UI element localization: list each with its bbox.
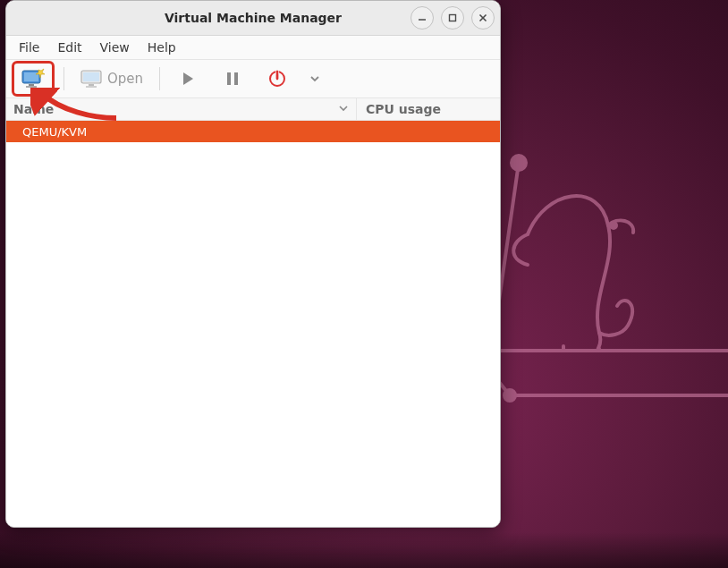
svg-rect-14 [26, 86, 37, 88]
maximize-icon [447, 13, 458, 23]
sort-indicator [338, 102, 349, 116]
new-vm-icon [21, 68, 46, 89]
open-console-button[interactable]: Open [73, 64, 150, 94]
wallpaper-ermine-crown [465, 127, 728, 413]
svg-point-6 [611, 223, 616, 228]
desktop-background: Virtual Machine Manager File Edit [0, 0, 728, 568]
svg-point-4 [512, 156, 526, 170]
taskbar-shadow [0, 532, 728, 568]
menu-view[interactable]: View [93, 38, 137, 56]
menu-help[interactable]: Help [140, 38, 183, 56]
new-vm-button[interactable] [12, 61, 55, 97]
shutdown-button[interactable] [258, 64, 296, 94]
toolbar-separator [63, 67, 64, 90]
pause-button[interactable] [214, 64, 251, 94]
close-icon [478, 13, 488, 23]
column-name[interactable]: Name [6, 102, 356, 116]
svg-rect-17 [83, 72, 99, 81]
menu-edit[interactable]: Edit [50, 38, 89, 56]
play-icon [180, 71, 196, 87]
svg-rect-13 [29, 84, 34, 86]
power-icon [268, 70, 286, 88]
open-label: Open [107, 71, 143, 87]
column-cpu-label: CPU usage [366, 102, 441, 116]
svg-marker-20 [183, 72, 193, 85]
menu-file[interactable]: File [12, 38, 47, 56]
chevron-down-icon [338, 103, 349, 114]
toolbar: Open [6, 60, 500, 98]
pause-icon [225, 71, 240, 87]
virt-manager-window: Virtual Machine Manager File Edit [5, 0, 501, 528]
run-button[interactable] [169, 64, 207, 94]
svg-rect-19 [86, 86, 97, 88]
toolbar-separator-2 [159, 67, 160, 90]
menubar: File Edit View Help [6, 36, 500, 60]
close-button[interactable] [471, 6, 495, 30]
connection-row[interactable]: QEMU/KVM [6, 121, 500, 142]
window-controls [411, 6, 495, 30]
column-header: Name CPU usage [6, 98, 500, 121]
svg-point-0 [504, 390, 515, 401]
maximize-button[interactable] [441, 6, 464, 30]
shutdown-menu-button[interactable] [303, 64, 326, 94]
svg-rect-22 [234, 72, 238, 85]
connection-list[interactable]: QEMU/KVM [6, 121, 500, 527]
monitor-icon [80, 70, 102, 88]
column-name-label: Name [13, 102, 54, 116]
titlebar[interactable]: Virtual Machine Manager [6, 1, 500, 36]
chevron-down-icon [309, 72, 321, 85]
svg-rect-8 [450, 15, 456, 21]
svg-rect-21 [227, 72, 231, 85]
connection-name: QEMU/KVM [6, 125, 87, 139]
column-cpu[interactable]: CPU usage [356, 98, 500, 120]
svg-rect-18 [89, 84, 94, 86]
minimize-icon [417, 13, 427, 23]
minimize-button[interactable] [411, 6, 434, 30]
